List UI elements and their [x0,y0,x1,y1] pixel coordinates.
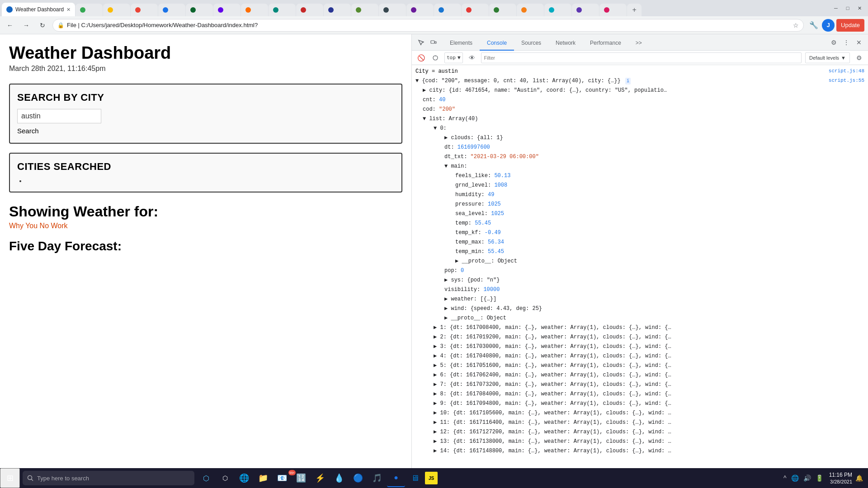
taskbar-search[interactable]: Type here to search [23,471,194,485]
tab-console[interactable]: Console [480,36,514,51]
taskbar-lightning-icon[interactable]: ⚡ [311,469,329,487]
tree-list: ▼ list: Array(40) [412,114,868,124]
back-button[interactable]: ← [4,19,16,32]
active-tab[interactable]: Weather Dashboard ✕ [2,3,75,16]
search-label: SEARCH BY CITY [17,92,394,103]
inactive-tab-18[interactable] [544,4,571,16]
inactive-tab-6[interactable] [213,4,241,16]
tree-proto-0-text: ▶ __proto__: Object [444,314,864,322]
svg-point-4 [28,476,32,480]
device-toolbar-button[interactable] [428,37,439,48]
inactive-tab-15[interactable] [462,4,489,16]
default-levels-button[interactable]: Default levels ▼ [805,52,850,63]
tab-performance[interactable]: Performance [583,36,628,51]
taskbar-js-icon[interactable]: JS [425,472,438,484]
inactive-tab-11[interactable] [351,4,378,16]
tree-grnd-level: grnd_level: 1008 [412,181,868,190]
tree-0-text: ▼ 0: [434,124,864,132]
console-content[interactable]: City = austin script.js:48 ▼ {cod: "200"… [412,65,868,473]
inactive-tab-13[interactable] [406,4,434,16]
taskbar-chrome-icon[interactable]: ● [387,469,405,487]
tab-close-icon[interactable]: ✕ [66,7,71,13]
minimize-button[interactable]: ─ [831,3,841,13]
taskbar-notification-center-icon[interactable]: 🔔 [854,474,864,482]
profile-avatar[interactable]: J [822,19,835,32]
console-settings-button[interactable]: ⚙ [854,52,864,63]
taskbar-volume-icon[interactable]: 🔊 [802,474,812,482]
inactive-tab-5[interactable] [186,4,213,16]
inactive-tab-4[interactable] [158,4,185,16]
profile-icon[interactable]: J [822,19,835,32]
tab-more[interactable]: >> [628,36,649,51]
context-value: top [447,55,456,61]
taskbar: ⊞ Type here to search ⬡ ⬡ 🌐 📁 📧 🔢 99+ ⚡ … [0,468,868,488]
tree-wind: ▶ wind: {speed: 4.43, deg: 25} [412,304,868,314]
taskbar-battery-icon[interactable]: 🔋 [814,474,825,482]
address-bar[interactable]: 🔒 File | C:/Users/jared/Desktop/Homework… [52,19,804,32]
inactive-tab-7[interactable] [241,4,268,16]
taskbar-dropbox-icon[interactable]: 💧 [330,469,348,487]
inactive-tab-2[interactable] [103,4,130,16]
devtools-settings-button[interactable]: ⚙ [828,37,839,48]
bookmark-icon[interactable]: ☆ [793,22,799,29]
inactive-tab-17[interactable] [517,4,544,16]
cities-section: CITIES SEARCHED [9,153,402,192]
inactive-tab-16[interactable] [489,4,516,16]
tree-temp-min-text: temp_min: 55.45 [455,248,864,256]
eye-icon-button[interactable]: 👁 [467,52,477,63]
inactive-tab-19[interactable] [572,4,599,16]
maximize-button[interactable]: □ [843,3,853,13]
reload-button[interactable]: ↻ [36,19,49,32]
inactive-tab-14[interactable] [434,4,461,16]
taskbar-clock[interactable]: 11:16 PM 3/28/2021 [829,472,852,484]
start-button[interactable]: ⊞ [0,468,20,488]
tree-9: ▶ 9: {dt: 1617094800, main: {…}, weather… [412,399,868,408]
tab-sources[interactable]: Sources [514,36,548,51]
update-button[interactable]: Update [836,19,864,32]
console-log-line: City = austin script.js:48 [412,67,868,76]
devtools-close-button[interactable]: ✕ [854,37,864,48]
tree-14: ▶ 14: {dt: 1617148800, main: {…}, weathe… [412,446,868,456]
inactive-tab-8[interactable] [269,4,296,16]
taskbar-blue-circle-icon[interactable]: 🔵 [349,469,367,487]
inactive-tab-10[interactable] [324,4,351,16]
tree-temp-kf: temp_kf: -0.49 [412,228,868,238]
inactive-tab-9[interactable] [296,4,323,16]
context-selector[interactable]: top ▼ [444,52,463,63]
script-link-2[interactable]: script.js:55 [825,77,864,84]
tree-pop-text: pop: 0 [444,267,864,275]
extensions-icon[interactable]: 🔧 [807,19,820,32]
tree-temp-max: temp_max: 56.34 [412,238,868,247]
new-tab-btn[interactable]: + [627,4,642,16]
inactive-tab-20[interactable] [599,4,627,16]
tab-elements[interactable]: Elements [443,36,480,51]
inactive-tab-12[interactable] [379,4,406,16]
tab-favicon-9 [273,7,278,13]
tab-network[interactable]: Network [548,36,583,51]
taskbar-vscode-icon[interactable]: 🖥 [406,469,424,487]
tab-favicon-4 [135,7,141,13]
taskbar-music-icon[interactable]: 🎵 [368,469,386,487]
city-search-input[interactable] [17,109,101,123]
taskbar-explorer-icon[interactable]: 📁 [254,469,272,487]
taskbar-view-button[interactable]: ⬡ [197,469,215,487]
console-clear-button[interactable]: 🚫 [415,52,426,63]
taskbar-arrow-icon[interactable]: ^ [782,474,788,482]
tree-12: ▶ 12: {dt: 1617127200, main: {…}, weathe… [412,427,868,437]
close-button[interactable]: ✕ [854,3,864,13]
search-button[interactable]: Search [17,126,39,136]
script-link-1[interactable]: script.js:48 [825,67,864,75]
inspect-element-button[interactable] [415,37,426,48]
taskbar-multitask-button[interactable]: ⬡ [216,469,234,487]
taskbar-network-icon[interactable]: 🌐 [790,474,800,482]
devtools-more-button[interactable]: ⋮ [841,37,852,48]
inactive-tab-1[interactable] [75,4,103,16]
console-filter-input[interactable] [481,52,802,63]
tree-proto-0: ▶ __proto__: Object [412,314,868,323]
toolbar-right: 🔧 J Update [807,19,864,32]
inactive-tab-3[interactable] [131,4,158,16]
tree-dt-txt: dt_txt: "2021-03-29 06:00:00" [412,152,868,162]
console-filter-icon[interactable] [430,52,441,63]
taskbar-edge-icon[interactable]: 🌐 [235,469,253,487]
forward-button[interactable]: → [20,19,33,32]
